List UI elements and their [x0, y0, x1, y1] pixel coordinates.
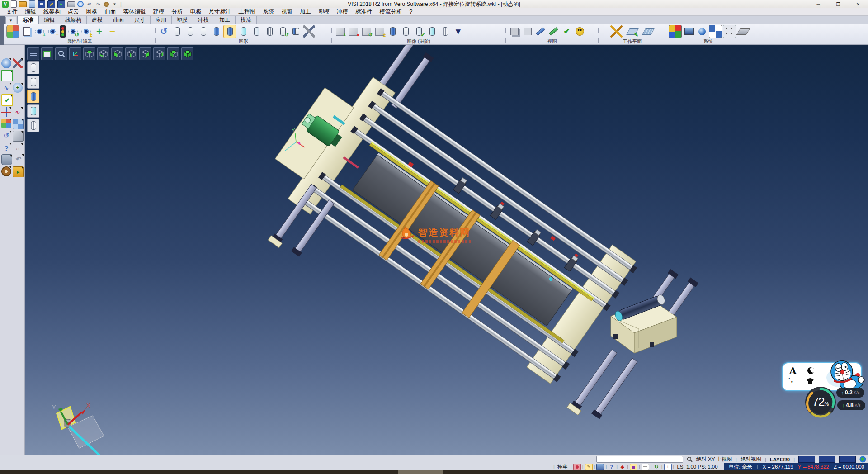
view-annotate-icon[interactable]: [547, 25, 560, 38]
attributes-palette-icon[interactable]: [6, 25, 19, 38]
menu-item[interactable]: 建模: [150, 8, 168, 16]
menu-item[interactable]: 线架构: [40, 8, 64, 16]
menu-item[interactable]: 塑模: [315, 8, 333, 16]
query-info-icon[interactable]: ?: [608, 464, 615, 470]
system-plane-icon[interactable]: [737, 25, 749, 38]
shading-ghost-icon[interactable]: [250, 25, 263, 38]
menu-item[interactable]: 分析: [168, 8, 187, 16]
delete-sketch-icon[interactable]: [13, 58, 23, 68]
adv-validate-icon[interactable]: ✔: [413, 25, 425, 38]
refresh-graphics-icon[interactable]: ↺: [158, 25, 170, 38]
tab-wireframe[interactable]: 线架构: [60, 16, 87, 24]
new-file-icon[interactable]: [11, 0, 17, 8]
layer-indicator[interactable]: LAYER0: [770, 457, 790, 462]
menu-item[interactable]: 网格: [83, 8, 101, 16]
toolbar-tabs-dropdown[interactable]: ▼: [5, 17, 16, 24]
freehand-icon[interactable]: ∿: [13, 107, 23, 117]
menu-item[interactable]: 文件: [3, 8, 21, 16]
confirm-icon[interactable]: ✔: [1, 94, 13, 106]
shading-hatched-icon[interactable]: [264, 25, 276, 38]
cpu-gauge[interactable]: 72%: [803, 385, 838, 419]
open-file-icon[interactable]: [19, 1, 27, 7]
color-swatch-2[interactable]: [819, 456, 835, 463]
shading-transparent-icon[interactable]: [237, 25, 250, 38]
shading-refresh-icon[interactable]: ↺: [277, 25, 289, 38]
help-query-icon[interactable]: ?: [1, 143, 11, 153]
move-axis-icon[interactable]: [1, 107, 11, 117]
workplane-edit-icon[interactable]: ✎: [626, 25, 638, 38]
workplane-axis-icon[interactable]: [610, 25, 623, 38]
spline-edit-icon[interactable]: ∿: [1, 83, 11, 93]
preview-icon[interactable]: [77, 1, 84, 7]
print-icon[interactable]: [67, 1, 75, 7]
shading-hidden-line-icon[interactable]: [184, 25, 196, 38]
menu-item[interactable]: 曲面: [101, 8, 120, 16]
adv-transparent-icon[interactable]: [426, 25, 438, 38]
rotate-mode-icon[interactable]: ↻: [653, 464, 660, 470]
filter-traffic-light-icon[interactable]: [60, 25, 66, 38]
redo-icon[interactable]: ↷: [95, 1, 102, 8]
color-swatch-3[interactable]: [839, 456, 856, 463]
system-sphere-icon[interactable]: [696, 25, 708, 38]
measure-width-icon[interactable]: ↔: [13, 143, 23, 153]
menu-item[interactable]: 实体编辑: [120, 8, 150, 16]
history-icon[interactable]: [104, 2, 109, 7]
menu-item[interactable]: 编辑: [21, 8, 40, 16]
shading-dashed-icon[interactable]: [197, 25, 209, 38]
system-colors-icon[interactable]: [669, 25, 682, 38]
ime-halfwidth-moon-icon[interactable]: [807, 367, 814, 374]
tab-flow[interactable]: 模流: [236, 16, 257, 24]
snap-lock-label[interactable]: 拴牢: [555, 464, 571, 470]
search-input[interactable]: [596, 456, 683, 463]
menu-item[interactable]: 标准件: [352, 8, 376, 16]
adv-filter-icon[interactable]: ●: [347, 25, 359, 38]
hide-entities-icon[interactable]: −: [47, 25, 59, 38]
menu-item[interactable]: 模流分析: [376, 8, 406, 16]
save-icon[interactable]: [38, 0, 45, 8]
brush-style-icon[interactable]: ✎: [585, 464, 593, 470]
menu-item[interactable]: ?: [406, 8, 416, 16]
ime-punctuation-icon[interactable]: ’‚: [788, 376, 793, 383]
shading-shaded-icon[interactable]: [210, 25, 222, 38]
navigator-wheel-icon[interactable]: [1, 166, 11, 176]
import-icon[interactable]: [29, 0, 35, 8]
save-as-icon[interactable]: [47, 0, 55, 8]
maximize-button[interactable]: ❐: [828, 0, 848, 8]
tab-surface[interactable]: 曲面: [108, 16, 129, 24]
shading-wireframe-icon[interactable]: [171, 25, 183, 38]
view-mode-label[interactable]: 绝对 XY 上视图: [696, 456, 732, 463]
model-scene[interactable]: Y Y X Z: [25, 45, 868, 455]
view-measure-icon[interactable]: [534, 25, 547, 38]
zoom-view-icon[interactable]: [1, 58, 11, 68]
tab-application[interactable]: 应用: [151, 16, 172, 24]
system-monitor-icon[interactable]: [683, 25, 695, 38]
tab-standard[interactable]: 标准: [17, 16, 39, 24]
adv-hatched-icon[interactable]: [439, 25, 451, 38]
show-entities-icon[interactable]: +: [33, 25, 46, 38]
adv-wireframe-icon[interactable]: [400, 25, 412, 38]
search-icon[interactable]: [687, 456, 693, 462]
viewport-3d[interactable]: Y Y X Z: [25, 45, 868, 455]
close-button[interactable]: ✕: [848, 0, 868, 8]
menu-item[interactable]: 点云: [64, 8, 83, 16]
system-checker-icon[interactable]: [709, 25, 722, 38]
tab-modeling[interactable]: 建模: [87, 16, 108, 24]
adv-shaded-icon[interactable]: [387, 25, 399, 38]
refresh-visibility-icon[interactable]: ↺: [67, 25, 79, 38]
adv-toggle-icon[interactable]: ±: [373, 25, 386, 38]
net-speed-widget[interactable]: A ’‚: [781, 359, 868, 422]
minimize-button[interactable]: ─: [808, 0, 828, 8]
undo-icon[interactable]: ↶: [86, 1, 93, 8]
menu-item[interactable]: 系统: [259, 8, 278, 16]
tab-die[interactable]: 冲模: [193, 16, 214, 24]
layers-palette-icon[interactable]: [1, 118, 11, 128]
layer-list-icon[interactable]: [642, 464, 649, 470]
globe-icon[interactable]: [859, 456, 866, 463]
tab-mold[interactable]: 塑膜: [172, 16, 193, 24]
menu-item[interactable]: 工程图: [235, 8, 259, 16]
view-windows-icon[interactable]: [508, 25, 520, 38]
menu-item[interactable]: 视窗: [278, 8, 296, 16]
grid-settings-icon[interactable]: [573, 464, 581, 470]
color-swatch-1[interactable]: [798, 456, 815, 463]
zoom-plus-icon[interactable]: +: [13, 83, 23, 93]
